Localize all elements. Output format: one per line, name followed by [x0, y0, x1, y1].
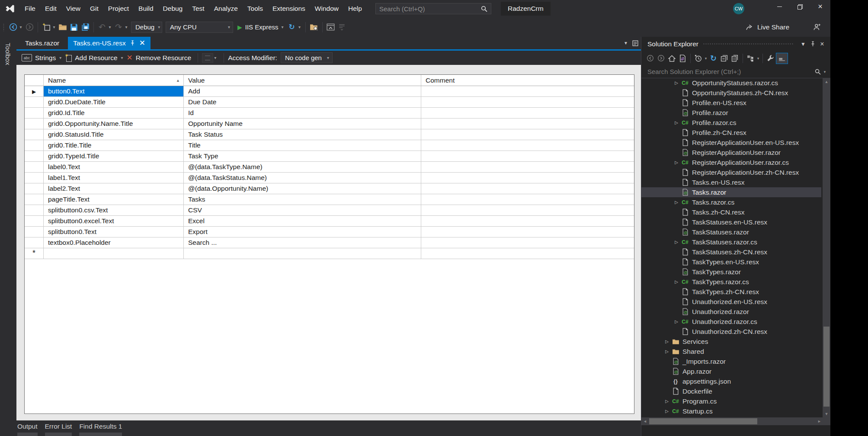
tree-item[interactable]: {} appsettings.json — [641, 376, 821, 386]
resource-name-cell[interactable]: grid0.Opportunity.Name.Title — [44, 119, 184, 129]
expander-icon[interactable]: ▷ — [672, 160, 681, 165]
collapse-all-icon[interactable] — [719, 53, 730, 64]
tree-item[interactable]: RegisterApplicationUser.en-US.resx — [641, 138, 821, 147]
se-back-icon[interactable] — [645, 53, 656, 64]
expander-icon[interactable]: ▷ — [663, 409, 671, 414]
resource-comment-cell[interactable] — [421, 237, 634, 248]
solution-configuration-combo[interactable]: Debug▾ — [131, 22, 162, 33]
preview-selected-items-icon[interactable] — [776, 53, 788, 64]
resource-comment-cell[interactable] — [421, 97, 634, 107]
row-selector-cell[interactable]: ▶ — [25, 86, 44, 96]
resource-value-cell[interactable]: Excel — [184, 216, 421, 226]
menu-window[interactable]: Window — [310, 0, 343, 17]
tab-options-icon[interactable] — [632, 40, 638, 46]
se-forward-icon[interactable] — [656, 53, 666, 64]
strings-type-selector[interactable]: abc Strings — [22, 54, 56, 62]
column-header-comment[interactable]: Comment — [421, 75, 634, 86]
resource-value-cell[interactable]: Opportunity Name — [184, 119, 421, 129]
tree-item[interactable]: ▷ C# RegisterApplicationUser.razor.cs — [641, 157, 821, 167]
redo-icon[interactable]: ↷ — [113, 21, 124, 33]
resource-name-cell[interactable]: splitbutton0.csv.Text — [44, 205, 184, 215]
tree-item[interactable]: ▷ C# Profile.razor.cs — [641, 118, 821, 128]
expander-icon[interactable]: ▷ — [672, 120, 681, 125]
resource-value-cell[interactable]: CSV — [184, 205, 421, 215]
view-style-icon[interactable] — [202, 53, 213, 63]
solution-platform-combo[interactable]: Any CPU▾ — [166, 22, 233, 33]
resource-value-cell[interactable]: Task Status — [184, 129, 421, 140]
row-selector-cell[interactable] — [25, 194, 44, 205]
resource-comment-cell[interactable] — [421, 108, 634, 118]
save-icon[interactable] — [69, 21, 79, 33]
pin-icon[interactable] — [130, 40, 135, 46]
visual-studio-logo-icon[interactable] — [5, 4, 15, 13]
resource-comment-cell[interactable] — [421, 248, 634, 259]
resource-name-cell[interactable]: label0.Text — [44, 162, 184, 172]
panel-tab-find-results-1[interactable]: Find Results 1 — [79, 420, 122, 436]
chevron-down-icon[interactable]: ▾ — [19, 25, 23, 29]
resource-comment-cell[interactable] — [421, 227, 634, 237]
expander-icon[interactable]: ▷ — [672, 200, 681, 205]
resource-name-cell[interactable]: splitbutton0.Text — [44, 227, 184, 237]
resource-comment-cell[interactable] — [421, 86, 634, 96]
expander-icon[interactable]: ▷ — [663, 399, 671, 404]
quick-search-box[interactable] — [375, 3, 491, 14]
menu-project[interactable]: Project — [103, 0, 134, 17]
scroll-left-icon[interactable]: ◄ — [641, 417, 649, 425]
search-icon[interactable] — [481, 6, 487, 12]
row-selector-cell[interactable] — [25, 205, 44, 215]
menu-file[interactable]: File — [20, 0, 40, 17]
resource-value-cell[interactable]: Add — [184, 86, 421, 96]
open-folder-icon[interactable] — [58, 21, 68, 33]
tree-item[interactable]: ▷ C# Tasks.razor.cs — [641, 197, 821, 207]
tree-item[interactable]: ▷ Services — [641, 337, 821, 346]
chevron-down-icon[interactable]: ▾ — [124, 25, 128, 29]
row-selector-cell[interactable] — [25, 162, 44, 172]
scroll-down-icon[interactable]: ▼ — [823, 410, 830, 417]
menu-test[interactable]: Test — [187, 0, 209, 17]
tree-item[interactable]: OpportunityStatuses.zh-CN.resx — [641, 88, 821, 98]
resource-comment-cell[interactable] — [421, 173, 634, 183]
row-selector-cell[interactable] — [25, 129, 44, 140]
panel-drag-texture[interactable] — [703, 43, 794, 45]
resource-name-cell[interactable]: textbox0.Placeholder — [44, 237, 184, 248]
resource-name-cell[interactable]: splitbutton0.excel.Text — [44, 216, 184, 226]
resource-value-cell[interactable]: @(data.TaskType.Name) — [184, 162, 421, 172]
expander-icon[interactable]: ▷ — [672, 279, 681, 284]
save-all-icon[interactable] — [80, 21, 90, 33]
search-input[interactable] — [376, 5, 481, 13]
resource-value-cell[interactable]: @(data.Opportunity.Name) — [184, 183, 421, 194]
panel-tab-output[interactable]: Output — [17, 420, 38, 436]
resource-name-cell[interactable]: grid0.TypeId.Title — [44, 151, 184, 161]
expander-icon[interactable]: ▷ — [672, 319, 681, 324]
add-resource-button[interactable]: ✶ Add Resource — [65, 54, 117, 62]
resource-comment-cell[interactable] — [421, 119, 634, 129]
expander-icon[interactable]: ▷ — [663, 339, 671, 344]
chevron-down-icon[interactable]: ▾ — [52, 25, 56, 29]
forward-icon[interactable] — [24, 21, 35, 33]
sync-with-active-document-icon[interactable] — [677, 53, 688, 64]
resource-comment-cell[interactable] — [421, 183, 634, 194]
column-header-name[interactable]: Name▲ — [44, 75, 184, 86]
resource-comment-cell[interactable] — [421, 194, 634, 205]
tree-item[interactable]: @ TaskTypes.razor — [641, 267, 821, 277]
resource-name-cell[interactable]: button0.Text — [44, 86, 184, 96]
start-debug-button[interactable]: ▶IIS Express▾ — [237, 23, 284, 31]
menu-debug[interactable]: Debug — [158, 0, 188, 17]
refresh-icon[interactable]: ↻ — [287, 21, 297, 33]
resource-comment-cell[interactable] — [421, 205, 634, 215]
row-selector-header[interactable] — [25, 75, 44, 86]
row-selector-cell[interactable] — [25, 140, 44, 151]
tree-item[interactable]: Unauthorized.zh-CN.resx — [641, 327, 821, 337]
new-row-marker[interactable]: * — [25, 248, 44, 259]
restore-button[interactable] — [790, 0, 810, 13]
resource-value-cell[interactable]: Search ... — [184, 237, 421, 248]
tree-item[interactable]: ▷ C# TaskTypes.razor.cs — [641, 277, 821, 287]
tree-item[interactable]: Tasks.zh-CN.resx — [641, 207, 821, 217]
switch-views-icon[interactable] — [745, 53, 756, 64]
row-selector-cell[interactable] — [25, 173, 44, 183]
resource-value-cell[interactable]: @(data.TaskStatus.Name) — [184, 173, 421, 183]
toolbar-grip[interactable] — [3, 23, 5, 31]
resource-value-cell[interactable]: Due Date — [184, 97, 421, 107]
expander-icon[interactable]: ▷ — [672, 80, 681, 85]
new-project-icon[interactable] — [41, 21, 51, 33]
